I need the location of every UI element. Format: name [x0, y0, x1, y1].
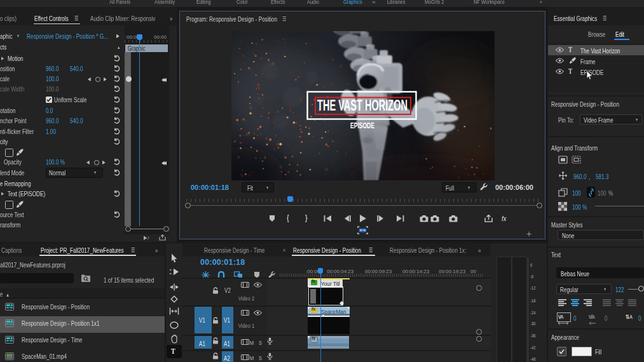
svg-text:THE VAST HORIZON: THE VAST HORIZON: [317, 97, 408, 114]
svg-text:EPISODE: EPISODE: [350, 121, 374, 130]
